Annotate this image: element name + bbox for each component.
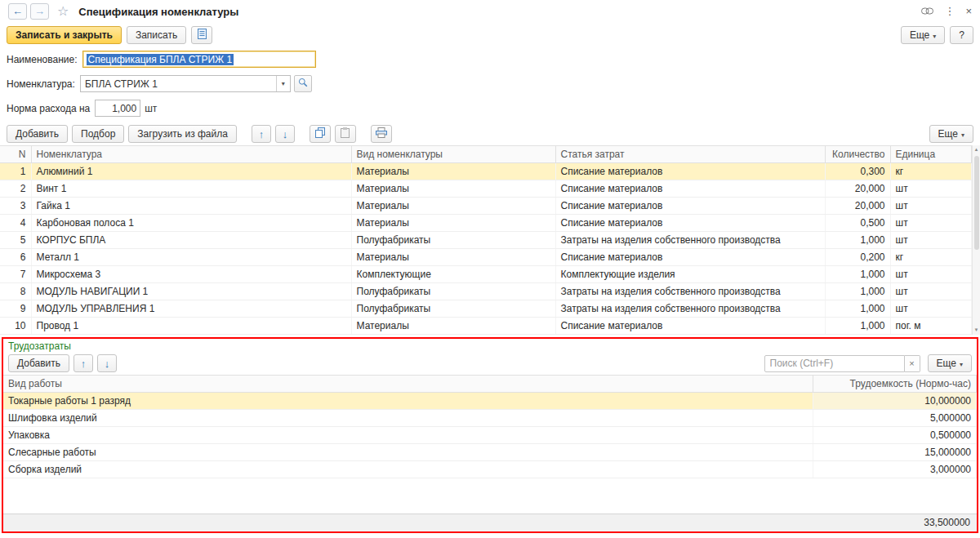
items-move-down-button[interactable]: ↓	[275, 125, 295, 143]
items-print-button[interactable]	[371, 125, 392, 143]
cell-labor-hours[interactable]: 3,000000	[813, 461, 977, 478]
cell-labor-hours[interactable]: 0,500000	[813, 427, 977, 444]
cell-quantity[interactable]: 0,300	[825, 163, 890, 180]
cell-cost-item[interactable]: Комплектующие изделия	[555, 266, 825, 283]
cell-nomenclature[interactable]: Алюминий 1	[31, 163, 351, 180]
cell-nomenclature[interactable]: МОДУЛЬ УПРАВЛЕНИЯ 1	[31, 300, 351, 318]
table-row[interactable]: Шлифовка изделий5,000000	[3, 410, 977, 427]
labor-move-down-button[interactable]: ↓	[97, 354, 117, 372]
labor-more-button[interactable]: Еще▾	[928, 354, 972, 372]
cell-line-number[interactable]: 4	[0, 215, 31, 232]
cell-nomenclature-kind[interactable]: Материалы	[351, 198, 555, 215]
items-scrollbar[interactable]: ▲ ▼	[972, 145, 980, 335]
cell-cost-item[interactable]: Списание материалов	[555, 163, 825, 180]
column-header-work-type[interactable]: Вид работы	[3, 376, 813, 393]
scroll-down-icon[interactable]: ▼	[974, 326, 979, 335]
link-icon[interactable]	[921, 5, 933, 18]
labor-move-up-button[interactable]: ↑	[74, 354, 93, 372]
cell-work-type[interactable]: Шлифовка изделий	[3, 410, 813, 427]
items-load-from-file-button[interactable]: Загрузить из файла	[128, 125, 237, 143]
cell-line-number[interactable]: 9	[0, 300, 31, 318]
cell-nomenclature[interactable]: Винт 1	[31, 180, 351, 198]
cell-nomenclature[interactable]: КОРПУС БПЛА	[31, 232, 351, 249]
cell-quantity[interactable]: 1,000	[825, 232, 890, 249]
table-row[interactable]: 5КОРПУС БПЛАПолуфабрикатыЗатраты на изде…	[0, 232, 972, 249]
cell-nomenclature[interactable]: Карбоновая полоса 1	[31, 215, 351, 232]
cell-quantity[interactable]: 1,000	[825, 266, 890, 283]
table-row[interactable]: 9МОДУЛЬ УПРАВЛЕНИЯ 1ПолуфабрикатыЗатраты…	[0, 300, 972, 318]
cell-work-type[interactable]: Токарные работы 1 разряд	[3, 393, 813, 410]
column-header-n[interactable]: N	[0, 146, 31, 163]
cell-quantity[interactable]: 20,000	[825, 198, 890, 215]
cell-line-number[interactable]: 7	[0, 266, 31, 283]
table-row[interactable]: Сборка изделий3,000000	[3, 461, 977, 478]
cell-nomenclature[interactable]: Металл 1	[31, 249, 351, 266]
cell-cost-item[interactable]: Затраты на изделия собственного производ…	[555, 232, 825, 249]
form-more-button[interactable]: Еще▾	[901, 26, 945, 44]
cell-line-number[interactable]: 10	[0, 318, 31, 335]
table-row[interactable]: 10Провод 1МатериалыСписание материалов1,…	[0, 318, 972, 335]
cell-cost-item[interactable]: Списание материалов	[555, 180, 825, 198]
help-button[interactable]: ?	[950, 26, 973, 44]
cell-cost-item[interactable]: Списание материалов	[555, 318, 825, 335]
items-paste-button[interactable]	[335, 125, 356, 143]
items-pick-button[interactable]: Подбор	[72, 125, 124, 143]
forward-button[interactable]: →	[30, 3, 49, 20]
search-input[interactable]	[764, 355, 905, 372]
cell-nomenclature[interactable]: МОДУЛЬ НАВИГАЦИИ 1	[31, 283, 351, 300]
search-clear-button[interactable]: ×	[905, 355, 920, 372]
cell-nomenclature-kind[interactable]: Материалы	[351, 249, 555, 266]
cell-labor-hours[interactable]: 10,000000	[813, 393, 977, 410]
cell-unit[interactable]: шт	[890, 232, 972, 249]
items-add-button[interactable]: Добавить	[7, 125, 68, 143]
report-document-button[interactable]	[191, 26, 212, 44]
items-move-up-button[interactable]: ↑	[252, 125, 271, 143]
cell-quantity[interactable]: 0,500	[825, 215, 890, 232]
cell-unit[interactable]: шт	[890, 300, 972, 318]
cell-cost-item[interactable]: Списание материалов	[555, 198, 825, 215]
nomenclature-open-button[interactable]	[294, 75, 312, 92]
table-row[interactable]: 7Микросхема 3КомплектующиеКомплектующие …	[0, 266, 972, 283]
cell-nomenclature-kind[interactable]: Материалы	[351, 215, 555, 232]
cell-work-type[interactable]: Сборка изделий	[3, 461, 813, 478]
cell-line-number[interactable]: 3	[0, 198, 31, 215]
favorite-star-icon[interactable]: ☆	[57, 3, 69, 20]
column-header-cost-item[interactable]: Статья затрат	[555, 146, 825, 163]
cell-nomenclature-kind[interactable]: Полуфабрикаты	[351, 283, 555, 300]
cell-nomenclature-kind[interactable]: Материалы	[351, 318, 555, 335]
cell-cost-item[interactable]: Списание материалов	[555, 249, 825, 266]
cell-nomenclature[interactable]: Микросхема 3	[31, 266, 351, 283]
cell-labor-hours[interactable]: 15,000000	[813, 444, 977, 461]
table-row[interactable]: Упаковка0,500000	[3, 427, 977, 444]
table-row[interactable]: 8МОДУЛЬ НАВИГАЦИИ 1ПолуфабрикатыЗатраты …	[0, 283, 972, 300]
name-input[interactable]: Спецификация БПЛА СТРИЖ 1	[82, 51, 316, 68]
close-icon[interactable]: ×	[965, 5, 972, 18]
cell-cost-item[interactable]: Затраты на изделия собственного производ…	[555, 283, 825, 300]
cell-work-type[interactable]: Слесарные работы	[3, 444, 813, 461]
cell-nomenclature-kind[interactable]: Материалы	[351, 163, 555, 180]
cell-quantity[interactable]: 1,000	[825, 300, 890, 318]
cell-quantity[interactable]: 1,000	[825, 283, 890, 300]
cell-unit[interactable]: шт	[890, 180, 972, 198]
cell-nomenclature[interactable]: Гайка 1	[31, 198, 351, 215]
cell-cost-item[interactable]: Списание материалов	[555, 215, 825, 232]
nomenclature-input[interactable]: БПЛА СТРИЖ 1 ▾	[80, 75, 291, 92]
scroll-up-icon[interactable]: ▲	[974, 145, 979, 154]
cell-unit[interactable]: пог. м	[890, 318, 972, 335]
norm-input[interactable]: 1,000	[95, 100, 140, 117]
table-row[interactable]: 3Гайка 1МатериалыСписание материалов20,0…	[0, 198, 972, 215]
items-more-button[interactable]: Еще▾	[929, 125, 973, 143]
cell-cost-item[interactable]: Затраты на изделия собственного производ…	[555, 300, 825, 318]
cell-labor-hours[interactable]: 5,000000	[813, 410, 977, 427]
kebab-menu-icon[interactable]: ⋮	[944, 5, 955, 18]
table-row[interactable]: Слесарные работы15,000000	[3, 444, 977, 461]
cell-nomenclature[interactable]: Провод 1	[31, 318, 351, 335]
cell-unit[interactable]: кг	[890, 163, 972, 180]
column-header-nomenclature[interactable]: Номенклатура	[31, 146, 351, 163]
save-button[interactable]: Записать	[127, 26, 186, 44]
cell-nomenclature-kind[interactable]: Полуфабрикаты	[351, 300, 555, 318]
items-copy-button[interactable]	[310, 125, 331, 143]
cell-line-number[interactable]: 5	[0, 232, 31, 249]
cell-unit[interactable]: шт	[890, 283, 972, 300]
table-row[interactable]: Токарные работы 1 разряд10,000000	[3, 393, 977, 410]
